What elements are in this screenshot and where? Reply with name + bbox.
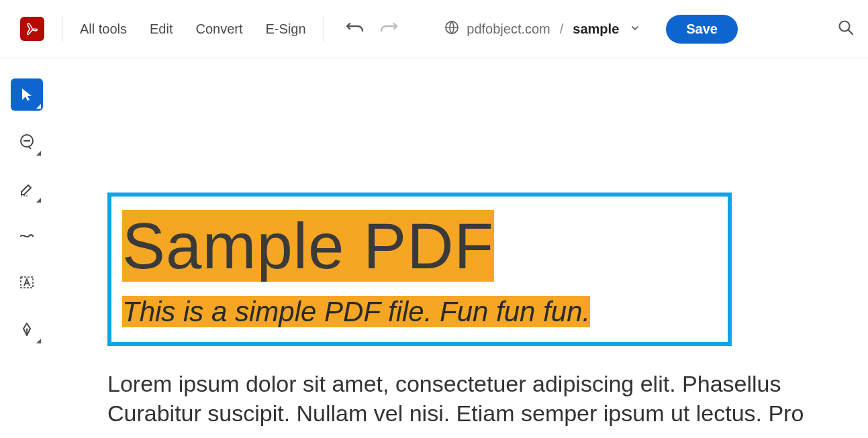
body-line: Lorem ipsum dolor sit amet, consectetuer… <box>107 369 868 398</box>
menu-all-tools[interactable]: All tools <box>80 21 127 37</box>
comment-bubble-icon <box>18 133 36 150</box>
cursor-icon <box>19 87 35 103</box>
highlight-tool[interactable] <box>11 172 43 205</box>
select-tool[interactable] <box>11 78 43 111</box>
save-button[interactable]: Save <box>666 15 738 44</box>
menu-edit[interactable]: Edit <box>150 21 173 37</box>
globe-icon <box>444 19 460 39</box>
content-wrap: Sample PDF This is a simple PDF file. Fu… <box>0 58 868 438</box>
body-line: Curabitur suscipit. Nullam vel nisi. Eti… <box>107 398 868 428</box>
fountain-pen-icon <box>18 321 36 338</box>
textbox-tool[interactable] <box>11 266 43 298</box>
left-toolbar <box>0 58 54 438</box>
comment-tool[interactable] <box>11 125 43 158</box>
divider <box>324 15 324 42</box>
expand-indicator-icon <box>36 198 41 203</box>
svg-line-2 <box>849 30 853 34</box>
expand-indicator-icon <box>36 104 41 109</box>
document-body[interactable]: Lorem ipsum dolor sit amet, consectetuer… <box>107 369 868 428</box>
menu-convert[interactable]: Convert <box>196 21 243 37</box>
document-canvas[interactable]: Sample PDF This is a simple PDF file. Fu… <box>54 58 868 438</box>
sign-tool[interactable] <box>11 313 43 345</box>
breadcrumb-domain[interactable]: pdfobject.com <box>467 21 550 37</box>
text-box-icon <box>18 274 36 291</box>
menu-esign[interactable]: E-Sign <box>266 21 306 37</box>
undo-button[interactable] <box>346 21 365 36</box>
highlighter-icon <box>18 180 36 197</box>
acrobat-icon <box>25 21 40 36</box>
top-toolbar: All tools Edit Convert E-Sign pdfobject.… <box>0 0 868 58</box>
chevron-down-icon[interactable] <box>630 21 640 37</box>
breadcrumb: pdfobject.com / sample <box>444 19 640 39</box>
expand-indicator-icon <box>36 151 41 156</box>
document-title[interactable]: Sample PDF <box>122 210 494 282</box>
breadcrumb-document[interactable]: sample <box>573 21 619 37</box>
search-button[interactable] <box>837 19 855 39</box>
undo-icon <box>346 21 365 36</box>
breadcrumb-separator: / <box>560 21 564 37</box>
main-menu: All tools Edit Convert E-Sign <box>80 21 306 37</box>
app-logo[interactable] <box>20 17 44 41</box>
document-subtitle[interactable]: This is a simple PDF file. Fun fun fun. <box>122 296 590 327</box>
freehand-icon <box>18 227 36 244</box>
redo-button[interactable] <box>379 21 398 36</box>
search-icon <box>837 19 855 36</box>
expand-indicator-icon <box>36 339 41 343</box>
draw-tool[interactable] <box>11 219 43 252</box>
redo-icon <box>379 21 398 36</box>
selection-box[interactable]: Sample PDF This is a simple PDF file. Fu… <box>107 193 732 346</box>
undo-redo-group <box>346 21 398 36</box>
divider <box>62 15 62 42</box>
